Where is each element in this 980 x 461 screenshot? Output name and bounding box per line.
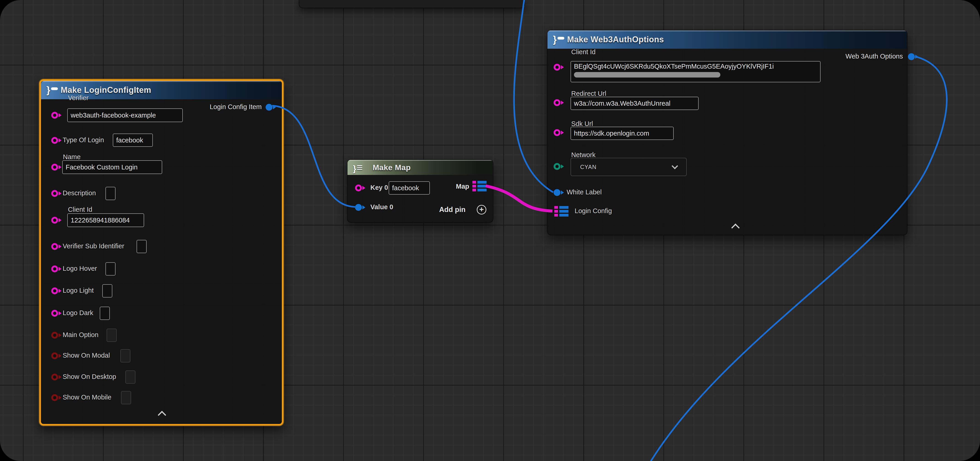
key-0-field[interactable]: facebook xyxy=(389,181,430,195)
node-make-map[interactable]: }≡ Make Map Key 0 facebook Map Value 0 A… xyxy=(347,159,493,223)
pin-label: Main Option xyxy=(63,331,99,339)
network-selected-value: CYAN xyxy=(580,164,597,170)
make-struct-icon: } xyxy=(553,35,564,45)
node-header[interactable]: }≡ Make Map xyxy=(347,160,493,175)
wire-map-to-login-config xyxy=(486,186,552,211)
name-field[interactable]: Facebook Custom Login xyxy=(62,160,162,174)
horizontal-scrollbar[interactable] xyxy=(574,72,721,78)
input-pin-value-0[interactable] xyxy=(355,204,362,211)
client-id-field[interactable]: BEglQSgt4cUWcj6SKRdu5QkoXTsePmMcusG5EAoy… xyxy=(571,61,821,82)
input-pin-name[interactable] xyxy=(51,164,58,170)
input-pin-key-0[interactable] xyxy=(355,184,362,191)
add-pin-label[interactable]: Add pin xyxy=(439,205,466,214)
pin-label: Show On Mobile xyxy=(63,394,111,401)
node-make-login-config-item[interactable]: } Make LoginConfigItem Login Config Item… xyxy=(39,79,283,426)
input-pin-logo-dark[interactable] xyxy=(51,310,58,317)
input-pin-sdk-url[interactable] xyxy=(554,129,560,136)
output-pin-label: Map xyxy=(456,183,469,190)
pin-label: Logo Dark xyxy=(63,309,93,317)
pin-label: Client Id xyxy=(68,206,92,213)
logo-dark-field[interactable] xyxy=(100,307,110,320)
add-pin-icon[interactable] xyxy=(477,205,486,215)
output-pin-web3auth-options[interactable] xyxy=(908,53,915,60)
node-header[interactable]: } Make Web3AuthOptions xyxy=(547,30,907,49)
verifier-field[interactable]: web3auth-facebook-example xyxy=(67,108,183,122)
pin-label: Logo Light xyxy=(63,287,94,294)
node-title: Make Map xyxy=(373,163,411,172)
input-pin-redirect-url[interactable] xyxy=(554,99,560,106)
input-pin-logo-hover[interactable] xyxy=(51,265,58,272)
chevron-down-icon xyxy=(671,163,678,169)
sdk-url-field[interactable]: https://sdk.openlogin.com xyxy=(571,127,674,140)
node-title: Make LoginConfigItem xyxy=(60,85,151,95)
input-pin-client-id[interactable] xyxy=(51,217,58,224)
make-map-icon: }≡ xyxy=(353,162,363,173)
logo-hover-field[interactable] xyxy=(105,262,116,275)
output-pin-login-config-item[interactable] xyxy=(266,104,272,111)
pin-label: Show On Desktop xyxy=(63,373,116,380)
type-of-login-field[interactable]: facebook xyxy=(113,134,153,147)
input-pin-verifier[interactable] xyxy=(51,112,58,119)
description-field[interactable] xyxy=(105,187,116,200)
client-id-text: BEglQSgt4cUWcj6SKRdu5QkoXTsePmMcusG5EAoy… xyxy=(574,63,774,70)
input-pin-network[interactable] xyxy=(554,163,560,170)
input-pin-main-option[interactable] xyxy=(51,332,58,339)
input-pin-logo-light[interactable] xyxy=(51,288,58,294)
input-pin-login-config[interactable] xyxy=(554,206,568,216)
node-title: Make Web3AuthOptions xyxy=(567,35,664,45)
pin-label: Verifier Sub Identifier xyxy=(63,242,124,250)
chevron-up-icon[interactable] xyxy=(158,411,166,420)
pin-label: Redirect Url xyxy=(571,90,606,97)
pin-label: Name xyxy=(63,153,81,161)
show-on-modal-checkbox[interactable] xyxy=(120,349,130,362)
pin-label: Verifier xyxy=(68,94,89,102)
output-pin-label: Login Config Item xyxy=(210,103,262,111)
input-pin-verifier-sub-identifier[interactable] xyxy=(51,243,58,250)
blueprint-graph-canvas[interactable]: } Make LoginConfigItem Login Config Item… xyxy=(0,0,980,461)
show-on-desktop-checkbox[interactable] xyxy=(126,370,135,384)
client-id-field[interactable]: 1222658941886084 xyxy=(67,213,144,227)
show-on-mobile-checkbox[interactable] xyxy=(121,391,131,404)
wire-login-config-item-to-value0 xyxy=(272,106,355,207)
pin-label: Description xyxy=(63,189,96,197)
pin-label: Login Config xyxy=(574,207,612,215)
output-pin-label: Web 3Auth Options xyxy=(845,52,903,60)
pin-label: White Label xyxy=(566,188,601,196)
input-pin-client-id[interactable] xyxy=(554,64,560,71)
input-pin-show-on-mobile[interactable] xyxy=(51,394,58,401)
make-struct-icon: } xyxy=(46,85,58,95)
input-pin-show-on-modal[interactable] xyxy=(51,352,58,359)
input-pin-show-on-desktop[interactable] xyxy=(51,374,58,380)
logo-light-field[interactable] xyxy=(102,284,112,297)
main-option-checkbox[interactable] xyxy=(107,329,117,342)
input-pin-description[interactable] xyxy=(51,190,58,197)
verifier-sub-identifier-field[interactable] xyxy=(137,240,146,253)
partial-node-top[interactable] xyxy=(299,0,525,8)
network-dropdown[interactable]: CYAN xyxy=(571,158,687,176)
pin-label: Client Id xyxy=(571,48,595,56)
redirect-url-field[interactable]: w3a://com.w3a.Web3AuthUnreal xyxy=(571,97,698,110)
node-make-web3auth-options[interactable]: } Make Web3AuthOptions Web 3Auth Options… xyxy=(547,30,907,235)
input-pin-type-of-login[interactable] xyxy=(51,137,58,144)
input-pin-white-label[interactable] xyxy=(554,189,560,196)
pin-label: Show On Modal xyxy=(63,352,110,359)
pin-label: Key 0 xyxy=(371,184,388,191)
pin-label: Value 0 xyxy=(371,203,393,211)
chevron-up-icon[interactable] xyxy=(731,224,740,232)
pin-label: Logo Hover xyxy=(63,265,97,272)
pin-label: Type Of Login xyxy=(63,136,104,144)
output-pin-map[interactable] xyxy=(473,181,487,191)
